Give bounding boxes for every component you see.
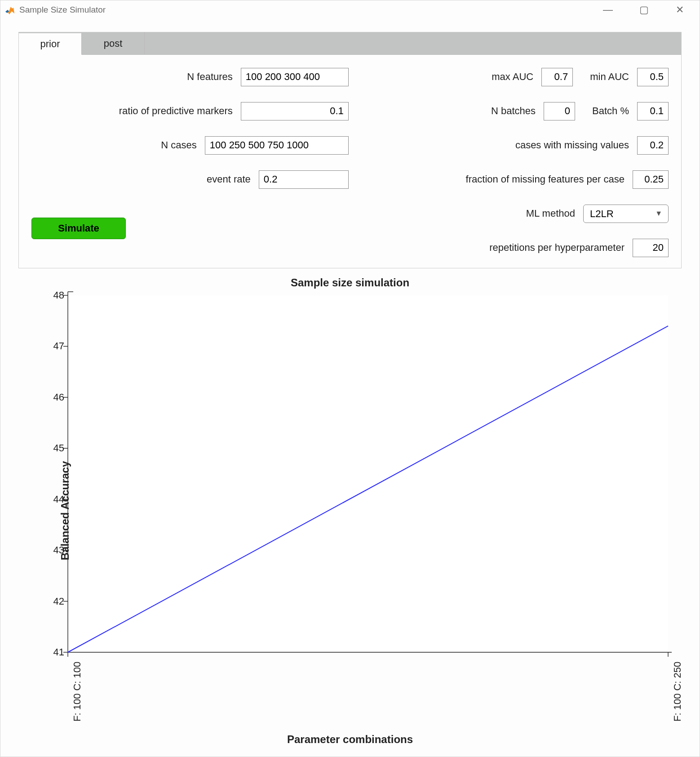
frac-missing-input[interactable] xyxy=(633,170,669,189)
chart-ytick-label: 47 xyxy=(42,340,64,352)
ml-method-select[interactable]: L2LR xyxy=(583,205,669,223)
window-title: Sample Size Simulator xyxy=(19,5,106,15)
tab-strip: prior post xyxy=(19,32,681,55)
matlab-icon xyxy=(4,4,15,15)
event-rate-label: event rate xyxy=(207,174,251,185)
reps-label: repetitions per hyperparameter xyxy=(489,242,625,254)
batch-perc-label: Batch % xyxy=(592,105,629,117)
simulate-button[interactable]: Simulate xyxy=(31,218,126,239)
minimize-button[interactable]: — xyxy=(602,4,614,16)
chart-frame: Balanced Accuracy 4142434445464748F: 100… xyxy=(23,291,677,730)
app-window: Sample Size Simulator — ▢ ✕ prior post xyxy=(0,0,700,757)
ml-method-select-wrap: L2LR ▼ xyxy=(583,205,669,223)
n-cases-input[interactable] xyxy=(205,136,349,155)
chart-area: Sample size simulation Balanced Accuracy… xyxy=(18,268,682,748)
titlebar: Sample Size Simulator — ▢ ✕ xyxy=(0,0,700,19)
svg-rect-0 xyxy=(68,295,668,652)
window-controls: — ▢ ✕ xyxy=(602,0,700,19)
chart-ytick-label: 44 xyxy=(42,494,64,505)
chart-ytick-label: 48 xyxy=(42,289,64,301)
tab-body-prior: N features ratio of predictive markers N… xyxy=(19,55,681,268)
min-auc-label: min AUC xyxy=(590,71,629,83)
client-area: prior post N features ratio of pre xyxy=(0,19,700,757)
chart-ytick-label: 45 xyxy=(42,442,64,454)
n-features-label: N features xyxy=(187,71,233,83)
reps-input[interactable] xyxy=(633,239,669,257)
tab-label: post xyxy=(104,38,123,49)
n-cases-label: N cases xyxy=(161,139,196,151)
n-features-input[interactable] xyxy=(241,68,349,86)
config-panel: prior post N features ratio of pre xyxy=(18,32,682,268)
tab-prior[interactable]: prior xyxy=(19,33,82,55)
chart-ytick-label: 41 xyxy=(42,646,64,658)
batch-perc-input[interactable] xyxy=(637,102,669,120)
form-grid: N features ratio of predictive markers N… xyxy=(31,67,669,258)
chart-xtick-label: F: 100 C: 250 xyxy=(672,662,683,721)
maximize-button[interactable]: ▢ xyxy=(638,4,650,16)
cases-missing-label: cases with missing values xyxy=(515,139,629,151)
ml-method-label: ML method xyxy=(526,208,575,219)
max-auc-input[interactable] xyxy=(541,68,573,86)
chart-xtick-label: F: 100 C: 100 xyxy=(71,662,83,721)
n-batches-input[interactable] xyxy=(544,102,575,120)
chart-xlabel: Parameter combinations xyxy=(23,733,677,746)
tab-post[interactable]: post xyxy=(82,32,145,54)
max-auc-label: max AUC xyxy=(492,71,533,83)
n-batches-label: N batches xyxy=(491,105,536,117)
cases-missing-input[interactable] xyxy=(637,136,669,155)
chart-ytick-label: 46 xyxy=(42,392,64,403)
tab-label: prior xyxy=(40,38,60,50)
min-auc-input[interactable] xyxy=(637,68,669,86)
event-rate-input[interactable] xyxy=(259,170,349,189)
ratio-markers-label: ratio of predictive markers xyxy=(119,105,233,117)
ratio-markers-input[interactable] xyxy=(241,102,349,120)
chart-svg xyxy=(23,291,677,730)
chart-ytick-label: 42 xyxy=(42,596,64,607)
frac-missing-label: fraction of missing features per case xyxy=(466,174,625,185)
close-button[interactable]: ✕ xyxy=(673,4,686,16)
chart-ytick-label: 43 xyxy=(42,544,64,556)
chart-title: Sample size simulation xyxy=(23,276,677,289)
